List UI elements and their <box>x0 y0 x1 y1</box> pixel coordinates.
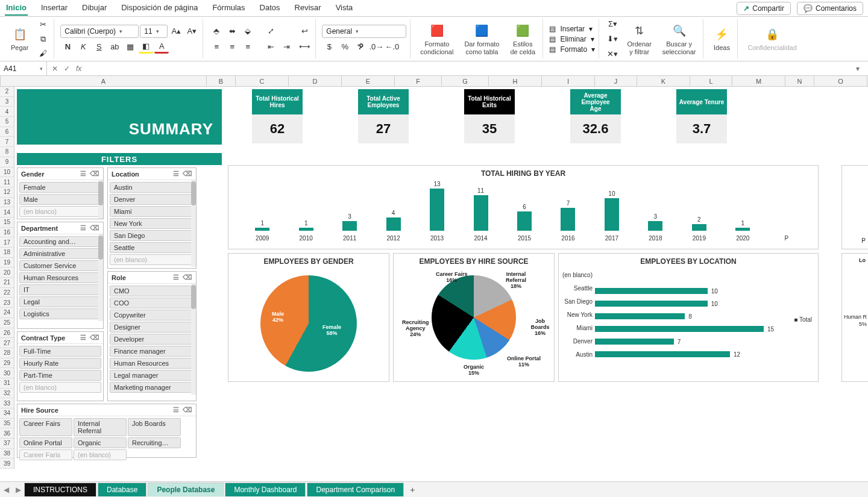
row-29[interactable]: 29 <box>0 358 14 369</box>
clear-filter-icon[interactable]: ⌫ <box>90 170 99 178</box>
slicer-department[interactable]: Department☰⌫Accounting and…Administrativ… <box>17 222 104 329</box>
decrease-font-button[interactable]: A▾ <box>184 25 199 38</box>
font-size-dropdown[interactable]: 11▾ <box>140 25 168 38</box>
row-headers[interactable]: 2345678910111213141516171819202122232425… <box>0 87 14 469</box>
row-37[interactable]: 37 <box>0 439 14 449</box>
comma-button[interactable]: ፇ <box>353 40 368 54</box>
row-11[interactable]: 11 <box>0 177 14 187</box>
slicer-item-disabled[interactable]: (en blanco) <box>19 382 101 393</box>
row-9[interactable]: 9 <box>0 157 14 167</box>
row-21[interactable]: 21 <box>0 278 14 288</box>
slicer-item[interactable]: Customer Service <box>19 260 101 271</box>
clear-filter-icon[interactable]: ⌫ <box>183 406 192 414</box>
slicer-item[interactable]: Finance manager <box>110 346 194 357</box>
format-painter-button[interactable]: 🖌 <box>36 47 50 60</box>
add-sheet-button[interactable]: + <box>405 485 420 495</box>
clear-filter-icon[interactable]: ⌫ <box>90 334 99 342</box>
slicer-item[interactable]: Marketing manager <box>110 382 194 393</box>
slicer-item[interactable]: Job Boards <box>128 418 181 436</box>
slicer-item[interactable]: Miami <box>110 206 194 217</box>
multiselect-icon[interactable]: ☰ <box>80 224 86 232</box>
col-I[interactable]: I <box>542 76 595 86</box>
row-25[interactable]: 25 <box>0 318 14 328</box>
col-E[interactable]: E <box>342 76 395 86</box>
col-N[interactable]: N <box>785 76 814 86</box>
tab-nav-prev[interactable]: ◀ <box>0 486 12 494</box>
slicer-location[interactable]: Location☰⌫AustinDenverMiamiNew YorkSan D… <box>107 167 197 269</box>
slicer-item[interactable]: Denver <box>110 194 194 205</box>
menu-datos[interactable]: Datos <box>259 1 281 16</box>
name-box[interactable]: A41▾ <box>0 61 47 75</box>
share-button[interactable]: ↗Compartir <box>737 2 791 15</box>
align-center-button[interactable]: ≡ <box>225 40 239 54</box>
fill-color-button[interactable]: ◧ <box>139 40 153 54</box>
conditional-format-button[interactable]: 🟥Formato condicional <box>417 21 457 56</box>
slicer-item[interactable]: IT <box>19 284 101 295</box>
sheet-tab[interactable]: People Database <box>148 483 224 496</box>
cut-button[interactable]: ✂ <box>36 18 50 31</box>
row-15[interactable]: 15 <box>0 217 14 228</box>
slicer-item-disabled[interactable]: (en blanco) <box>19 206 101 217</box>
delete-cells-button[interactable]: ▤ Eliminar ▾ <box>549 35 595 43</box>
slicer-hire-source[interactable]: Hire Source☰⌫Career FairsInternal Referr… <box>17 404 197 458</box>
slicer-item[interactable]: Female <box>19 182 101 193</box>
row-34[interactable]: 34 <box>0 408 14 419</box>
row-20[interactable]: 20 <box>0 267 14 278</box>
row-27[interactable]: 27 <box>0 338 14 348</box>
row-31[interactable]: 31 <box>0 378 14 389</box>
strike-button[interactable]: ab <box>107 40 122 54</box>
col-G[interactable]: G <box>442 76 489 86</box>
row-17[interactable]: 17 <box>0 237 14 248</box>
col-O[interactable]: O <box>814 76 867 86</box>
align-left-button[interactable]: ≡ <box>209 40 224 54</box>
number-format-dropdown[interactable]: General▾ <box>322 25 406 38</box>
col-C[interactable]: C <box>236 76 289 86</box>
cell-styles-button[interactable]: 🟩Estilos de celda <box>506 21 539 56</box>
col-H[interactable]: H <box>489 76 542 86</box>
menu-vista[interactable]: Vista <box>335 1 354 16</box>
row-10[interactable]: 10 <box>0 167 14 178</box>
expand-formula-icon[interactable]: ▾ <box>856 64 860 73</box>
col-M[interactable]: M <box>732 76 785 86</box>
slicer-item[interactable]: Online Portal <box>19 437 72 448</box>
orientation-button[interactable]: ⤢ <box>263 25 278 38</box>
row-28[interactable]: 28 <box>0 348 14 358</box>
clear-filter-icon[interactable]: ⌫ <box>183 274 192 281</box>
slicer-item[interactable]: San Diego <box>110 230 194 241</box>
underline-button[interactable]: S <box>92 40 106 54</box>
italic-button[interactable]: K <box>76 40 90 54</box>
insert-cells-button[interactable]: ▤ Insertar ▾ <box>549 25 595 33</box>
enter-icon[interactable]: ✓ <box>64 64 70 73</box>
ideas-button[interactable]: ⚡Ideas <box>709 25 734 52</box>
align-right-button[interactable]: ≡ <box>241 40 255 54</box>
row-36[interactable]: 36 <box>0 428 14 439</box>
slicer-contract-type[interactable]: Contract Type☰⌫Full-TimeHourly RatePart-… <box>17 331 104 401</box>
multiselect-icon[interactable]: ☰ <box>80 170 86 178</box>
row-2[interactable]: 2 <box>0 87 14 97</box>
slicer-item[interactable]: Developer <box>110 334 194 345</box>
borders-button[interactable]: ▦ <box>123 40 137 54</box>
row-3[interactable]: 3 <box>0 97 14 107</box>
row-18[interactable]: 18 <box>0 248 14 258</box>
row-39[interactable]: 39 <box>0 458 14 469</box>
row-12[interactable]: 12 <box>0 187 14 198</box>
chart-hiring-by-year[interactable]: TOTAL HIRING BY YEAR 1200912010320114201… <box>228 165 819 249</box>
autosum-button[interactable]: Σ▾ <box>605 17 620 31</box>
tab-nav-next[interactable]: ▶ <box>12 486 24 494</box>
find-select-button[interactable]: 🔍Buscar y seleccionar <box>659 21 700 56</box>
slicer-item[interactable]: Legal <box>19 296 101 307</box>
menu-fórmulas[interactable]: Fórmulas <box>211 1 246 16</box>
slicer-item[interactable]: Part-Time <box>19 370 101 381</box>
sheet-tab[interactable]: Department Comparison <box>307 483 404 496</box>
slicer-item[interactable]: Recruiting… <box>128 437 181 448</box>
fx-icon[interactable]: fx <box>76 64 81 73</box>
wrap-text-button[interactable]: ↩ <box>297 25 312 38</box>
slicer-item[interactable]: Accounting and… <box>19 236 101 247</box>
slicer-item[interactable]: Human Resources <box>19 272 101 283</box>
decrease-decimal-button[interactable]: ←.0 <box>385 40 399 54</box>
row-35[interactable]: 35 <box>0 419 14 429</box>
slicer-item[interactable]: New York <box>110 218 194 229</box>
slicer-item[interactable]: Legal manager <box>110 370 194 381</box>
slicer-item[interactable]: Logistics <box>19 308 101 319</box>
clear-button[interactable]: ✕▾ <box>605 48 620 61</box>
